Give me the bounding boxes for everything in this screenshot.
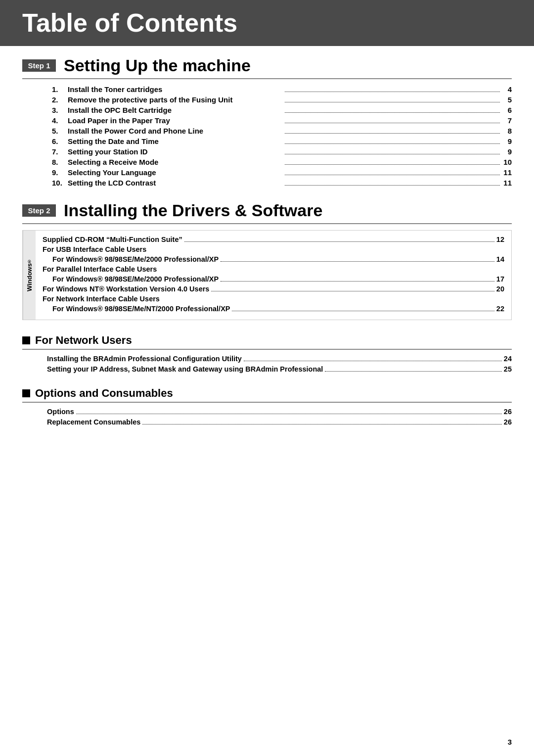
- page-content: Step 1 Setting Up the machine 1. Install…: [0, 46, 534, 460]
- options-toc: Options 26 Replacement Consumables 26: [22, 408, 512, 426]
- toc-dots: [285, 143, 500, 144]
- windows-toc-entry: For Windows® 98/98SE/Me/2000 Professiona…: [43, 275, 504, 283]
- toc-entry-page: 17: [496, 275, 504, 283]
- windows-toc-entry: For Parallel Interface Cable Users: [43, 265, 504, 273]
- toc-item-page: 11: [502, 179, 512, 187]
- toc-list-item: 1. Install the Toner cartridges 4: [52, 85, 512, 94]
- windows-sidebar: Windows®: [23, 231, 36, 320]
- step1-title: Setting Up the machine: [64, 56, 251, 75]
- toc-item-number: 8.: [52, 158, 68, 166]
- toc-list-item: 6. Setting the Date and Time 9: [52, 137, 512, 145]
- toc-item-page: 6: [502, 106, 512, 114]
- windows-toc-entry: For Windows® 98/98SE/Me/NT/2000 Professi…: [43, 305, 504, 313]
- toc-entry-page: 20: [496, 285, 504, 293]
- step1-section: Step 1 Setting Up the machine 1. Install…: [22, 56, 512, 187]
- toc-list-item: 2. Remove the protective parts of the Fu…: [52, 95, 512, 104]
- windows-section: Windows® Supplied CD-ROM “Multi-Function…: [22, 230, 512, 320]
- toc-item-number: 6.: [52, 137, 68, 145]
- toc-item-number: 2.: [52, 95, 68, 104]
- toc-entry-text: For Windows® 98/98SE/Me/2000 Professiona…: [52, 255, 219, 263]
- network-toc-entry: Installing the BRAdmin Professional Conf…: [47, 355, 512, 363]
- toc-item-number: 7.: [52, 147, 68, 156]
- network-toc: Installing the BRAdmin Professional Conf…: [22, 355, 512, 373]
- toc-entry-text: For Windows® 98/98SE/Me/2000 Professiona…: [52, 275, 219, 283]
- step2-badge: Step 2: [22, 204, 56, 217]
- toc-item-text: Install the OPC Belt Cartridge: [68, 106, 283, 114]
- toc-item-text: Load Paper in the Paper Tray: [68, 116, 283, 125]
- toc-item-page: 9: [502, 137, 512, 145]
- toc-item-text: Install the Toner cartridges: [68, 85, 283, 94]
- toc-entry-text: For USB Interface Cable Users: [43, 245, 146, 253]
- network-entry-dots: [325, 371, 501, 372]
- page-number: 3: [508, 738, 512, 746]
- windows-toc-entry: For USB Interface Cable Users: [43, 245, 504, 253]
- toc-item-page: 4: [502, 85, 512, 94]
- toc-item-number: 3.: [52, 106, 68, 114]
- options-toc-entry: Options 26: [47, 408, 512, 416]
- options-entry-text: Replacement Consumables: [47, 418, 140, 426]
- windows-toc-entry: Supplied CD-ROM “Multi-Function Suite” 1…: [43, 236, 504, 243]
- toc-dots: [285, 92, 500, 92]
- toc-entry-text: Supplied CD-ROM “Multi-Function Suite”: [43, 236, 182, 243]
- options-section: Options and Consumables Options 26 Repla…: [22, 387, 512, 426]
- toc-item-text: Setting the Date and Time: [68, 137, 283, 145]
- toc-item-page: 7: [502, 116, 512, 125]
- toc-list-item: 10. Setting the LCD Contrast 11: [52, 179, 512, 187]
- toc-item-text: Selecting Your Language: [68, 168, 283, 177]
- toc-item-text: Remove the protective parts of the Fusin…: [68, 95, 283, 104]
- toc-dots: [285, 133, 500, 134]
- network-entry-page: 25: [504, 365, 512, 373]
- step2-title: Installing the Drivers & Software: [64, 201, 322, 220]
- page-title: Table of Contents: [22, 9, 512, 37]
- toc-dots: [285, 154, 500, 154]
- page-header: Table of Contents: [0, 0, 534, 46]
- toc-list-item: 9. Selecting Your Language 11: [52, 168, 512, 177]
- toc-entry-text: For Windows® 98/98SE/Me/NT/2000 Professi…: [52, 305, 230, 313]
- options-title: Options and Consumables: [22, 387, 173, 400]
- toc-list-item: 5. Install the Power Cord and Phone Line…: [52, 127, 512, 135]
- toc-entry-dots: [221, 281, 494, 282]
- toc-dots: [285, 164, 500, 165]
- options-toc-entry: Replacement Consumables 26: [47, 418, 512, 426]
- toc-entry-text: For Network Interface Cable Users: [43, 295, 160, 303]
- step2-header: Step 2 Installing the Drivers & Software: [22, 201, 512, 224]
- toc-item-text: Setting the LCD Contrast: [68, 179, 283, 187]
- toc-item-page: 5: [502, 95, 512, 104]
- options-entry-dots: [142, 424, 501, 425]
- network-toc-entry: Setting your IP Address, Subnet Mask and…: [47, 365, 512, 373]
- network-entry-text: Setting your IP Address, Subnet Mask and…: [47, 365, 323, 373]
- toc-entry-page: 14: [496, 255, 504, 263]
- options-header: Options and Consumables: [22, 387, 512, 403]
- network-entry-dots: [244, 361, 502, 361]
- step2-section: Step 2 Installing the Drivers & Software…: [22, 201, 512, 320]
- windows-toc-entry: For Network Interface Cable Users: [43, 295, 504, 303]
- toc-dots: [285, 112, 500, 113]
- windows-toc-entry: For Windows® 98/98SE/Me/2000 Professiona…: [43, 255, 504, 263]
- toc-entry-text: For Windows NT® Workstation Version 4.0 …: [43, 285, 209, 293]
- toc-item-number: 9.: [52, 168, 68, 177]
- toc-dots: [285, 123, 500, 123]
- toc-item-text: Install the Power Cord and Phone Line: [68, 127, 283, 135]
- options-entry-page: 26: [504, 418, 512, 426]
- toc-item-text: Selecting a Receive Mode: [68, 158, 283, 166]
- toc-entry-dots: [184, 241, 494, 242]
- options-entry-text: Options: [47, 408, 74, 416]
- toc-item-page: 9: [502, 147, 512, 156]
- toc-entry-page: 22: [496, 305, 504, 313]
- toc-dots: [285, 175, 500, 175]
- toc-entry-dots: [221, 261, 494, 262]
- network-title: For Network Users: [22, 334, 132, 347]
- toc-item-number: 4.: [52, 116, 68, 125]
- options-entry-dots: [76, 414, 502, 414]
- toc-item-number: 5.: [52, 127, 68, 135]
- toc-item-number: 1.: [52, 85, 68, 94]
- step1-header: Step 1 Setting Up the machine: [22, 56, 512, 79]
- toc-item-page: 10: [502, 158, 512, 166]
- network-section: For Network Users Installing the BRAdmin…: [22, 334, 512, 373]
- toc-entry-dots: [232, 311, 494, 311]
- options-entry-page: 26: [504, 408, 512, 416]
- network-entry-text: Installing the BRAdmin Professional Conf…: [47, 355, 242, 363]
- network-header: For Network Users: [22, 334, 512, 350]
- toc-item-text: Setting your Station ID: [68, 147, 283, 156]
- toc-list-item: 8. Selecting a Receive Mode 10: [52, 158, 512, 166]
